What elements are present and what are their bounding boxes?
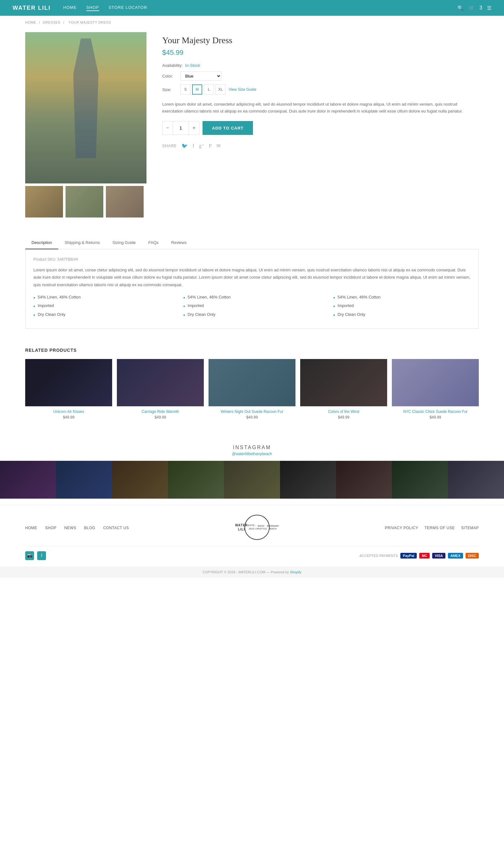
color-select[interactable]: Blue Red Green bbox=[181, 72, 221, 81]
instagram-photo-5[interactable] bbox=[224, 461, 280, 499]
quantity-input[interactable] bbox=[173, 121, 189, 135]
bullet-icon: • bbox=[34, 303, 35, 309]
feature-2-1: • 54% Linen, 46% Cotton bbox=[183, 295, 321, 301]
add-to-cart-button[interactable]: ADD TO CART bbox=[203, 121, 253, 135]
related-product-price-2: $49.99 bbox=[117, 415, 204, 420]
footer-nav-home[interactable]: HOME bbox=[25, 526, 37, 530]
menu-icon[interactable]: ☰ bbox=[487, 5, 491, 11]
related-product-image-1[interactable] bbox=[25, 359, 112, 406]
footer-sitemap[interactable]: SITEMAP bbox=[461, 526, 479, 530]
bullet-icon: • bbox=[183, 312, 185, 318]
color-label: Color: bbox=[162, 74, 178, 78]
pinterest-share-icon[interactable]: P bbox=[209, 143, 212, 149]
nav-store-locator[interactable]: STORE LOCATOR bbox=[109, 5, 147, 11]
related-product-3: Winters Night Out Suede Racoon Fur $49.9… bbox=[208, 359, 296, 420]
breadcrumb-dresses[interactable]: DRESSES bbox=[43, 21, 61, 24]
instagram-section: INSTAGRAM @waterlilibethanybeach bbox=[0, 432, 504, 505]
copyright-bar: COPYRIGHT © 2018 - WATERLILI.COM — Power… bbox=[0, 566, 504, 578]
footer-privacy-policy[interactable]: PRIVACY POLICY bbox=[385, 526, 418, 530]
tab-description[interactable]: Description bbox=[25, 236, 58, 249]
related-product-price-1: $49.99 bbox=[25, 415, 112, 420]
feature-label: Imported bbox=[188, 303, 204, 308]
size-l[interactable]: L bbox=[204, 85, 214, 95]
footer-nav-shop[interactable]: SHOP bbox=[45, 526, 56, 530]
tab-description-text: Lorem ipsum dolor sit amet, conse ctetur… bbox=[34, 266, 470, 288]
quantity-decrease[interactable]: − bbox=[162, 121, 173, 135]
search-icon[interactable]: 🔍 bbox=[457, 5, 464, 11]
site-logo[interactable]: WATER LILI bbox=[13, 5, 51, 11]
instagram-handle[interactable]: @waterlilibethanybeach bbox=[0, 452, 504, 456]
availability-label: Availability: bbox=[162, 63, 183, 68]
main-nav: HOME SHOP STORE LOCATOR bbox=[63, 5, 457, 11]
visa-badge: VISA bbox=[432, 553, 445, 559]
related-product-image-3[interactable] bbox=[208, 359, 296, 406]
main-product-image bbox=[25, 32, 146, 184]
tab-sizing[interactable]: Sizing Guide bbox=[106, 236, 142, 249]
bullet-icon: • bbox=[333, 295, 335, 301]
feature-2-3: • Dry Clean Only bbox=[183, 312, 321, 318]
related-product-price-3: $49.99 bbox=[208, 415, 296, 420]
tab-content-description: Product SKU: 5487FB8/44 Lorem ipsum dolo… bbox=[25, 249, 479, 329]
feature-label: 54% Linen, 46% Cotton bbox=[338, 295, 381, 299]
instagram-photo-8[interactable] bbox=[392, 461, 448, 499]
instagram-photo-6[interactable] bbox=[280, 461, 336, 499]
facebook-icon[interactable]: f bbox=[37, 551, 46, 560]
related-product-image-4[interactable] bbox=[300, 359, 387, 406]
related-product-name-5[interactable]: NYC Classic Chick Suede Racoon Fur bbox=[392, 410, 479, 414]
facebook-share-icon[interactable]: f bbox=[193, 143, 194, 149]
related-product-name-4[interactable]: Colors of the Wind bbox=[300, 410, 387, 414]
thumbnail-2[interactable] bbox=[65, 186, 103, 217]
availability-row: Availability: In-Stock bbox=[162, 63, 479, 68]
instagram-photo-9[interactable] bbox=[448, 461, 504, 499]
thumbnail-3[interactable] bbox=[106, 186, 144, 217]
instagram-icon[interactable]: 📷 bbox=[25, 551, 34, 560]
shopify-link[interactable]: Shopify bbox=[290, 570, 301, 574]
size-s[interactable]: S bbox=[181, 85, 191, 95]
related-product-price-4: $49.99 bbox=[300, 415, 387, 420]
instagram-photo-3[interactable] bbox=[112, 461, 168, 499]
related-product-name-1[interactable]: Unicorn Air Kisses bbox=[25, 410, 112, 414]
googleplus-share-icon[interactable]: g⁺ bbox=[199, 143, 204, 149]
thumbnail-1[interactable] bbox=[25, 186, 63, 217]
email-share-icon[interactable]: ✉ bbox=[216, 143, 220, 149]
product-sku: Product SKU: 5487FB8/44 bbox=[34, 257, 470, 262]
tab-shipping[interactable]: Shipping & Returns bbox=[58, 236, 106, 249]
footer-nav-blog[interactable]: BLOG bbox=[84, 526, 95, 530]
product-section: Your Majesty Dress $45.99 Availability: … bbox=[0, 29, 504, 230]
footer-nav-news[interactable]: NEWS bbox=[64, 526, 76, 530]
nav-home[interactable]: HOME bbox=[63, 5, 77, 11]
footer-terms-of-use[interactable]: TERMS OF USE bbox=[425, 526, 455, 530]
related-product-image-2[interactable] bbox=[117, 359, 204, 406]
tabs-nav: Description Shipping & Returns Sizing Gu… bbox=[25, 236, 479, 249]
related-products-title: RELATED PRODUCTS bbox=[25, 348, 479, 353]
tabs-section: Description Shipping & Returns Sizing Gu… bbox=[25, 236, 479, 329]
tab-faqs[interactable]: FAQs bbox=[142, 236, 165, 249]
footer-nav-contact[interactable]: CONTACT US bbox=[103, 526, 129, 530]
size-label: Size: bbox=[162, 87, 178, 92]
size-guide-link[interactable]: View Size Guide bbox=[229, 87, 256, 92]
bullet-icon: • bbox=[333, 312, 335, 318]
tab-reviews[interactable]: Reviews bbox=[165, 236, 193, 249]
product-images bbox=[25, 32, 146, 217]
footer-nav: HOME SHOP NEWS BLOG CONTACT US bbox=[25, 526, 129, 530]
breadcrumb-home[interactable]: HOME bbox=[25, 21, 36, 24]
nav-shop[interactable]: SHOP bbox=[86, 5, 99, 11]
footer-right-nav: PRIVACY POLICY TERMS OF USE SITEMAP bbox=[385, 526, 479, 530]
related-product-name-2[interactable]: Carriage Ride Warmth bbox=[117, 410, 204, 414]
instagram-photo-2[interactable] bbox=[56, 461, 112, 499]
mastercard-badge: MC bbox=[419, 553, 430, 559]
instagram-photo-1[interactable] bbox=[0, 461, 56, 499]
feature-3-2: • Imported bbox=[333, 303, 470, 309]
size-m[interactable]: M bbox=[192, 85, 202, 95]
feature-label: Dry Clean Only bbox=[338, 312, 365, 317]
cart-icon[interactable]: 🛒 bbox=[468, 5, 475, 11]
size-xl[interactable]: XL bbox=[216, 85, 225, 95]
share-row: SHARE 🐦 f g⁺ P ✉ bbox=[162, 143, 479, 149]
related-product-image-5[interactable] bbox=[392, 359, 479, 406]
twitter-share-icon[interactable]: 🐦 bbox=[181, 143, 188, 149]
quantity-increase[interactable]: + bbox=[189, 121, 199, 135]
instagram-photo-4[interactable] bbox=[168, 461, 224, 499]
instagram-photo-7[interactable] bbox=[336, 461, 392, 499]
related-product-name-3[interactable]: Winters Night Out Suede Racoon Fur bbox=[208, 410, 296, 414]
product-details: Your Majesty Dress $45.99 Availability: … bbox=[162, 32, 479, 217]
